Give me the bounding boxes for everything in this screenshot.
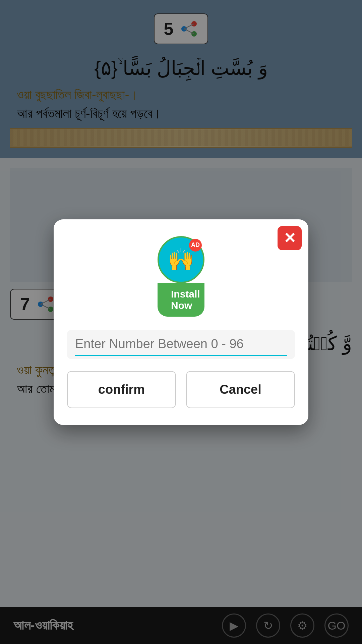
hands-icon: 🙌	[168, 247, 194, 272]
dialog-buttons: confirm Cancel	[67, 371, 295, 408]
close-button[interactable]: ✕	[278, 226, 302, 250]
number-input-wrapper	[67, 330, 295, 359]
ad-badge: AD	[189, 239, 202, 252]
dialog-overlay: ✕ AD 🙌 Install Now confirm Cancel	[0, 0, 362, 644]
number-input[interactable]	[75, 337, 287, 356]
ad-area: AD 🙌 Install Now	[67, 236, 295, 317]
number-entry-dialog: ✕ AD 🙌 Install Now confirm Cancel	[54, 219, 308, 425]
ad-icon-wrapper[interactable]: AD 🙌	[158, 236, 204, 283]
confirm-button[interactable]: confirm	[67, 371, 176, 408]
close-icon: ✕	[284, 231, 296, 246]
install-now-button[interactable]: Install Now	[158, 283, 204, 317]
cancel-button[interactable]: Cancel	[186, 371, 295, 408]
